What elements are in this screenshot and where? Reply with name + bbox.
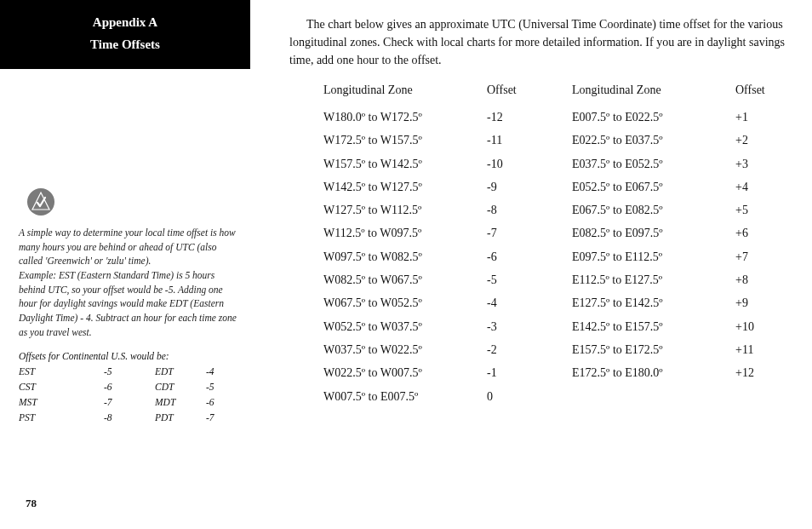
tip-text: A simple way to determine your local tim… — [17, 226, 247, 339]
offset-cell: +7 — [735, 245, 786, 268]
zone-cell: W007.5º to E007.5º — [323, 385, 487, 408]
table-row: W052.5º to W037.5º -3 — [323, 315, 538, 338]
appendix-title-line1: Appendix A — [0, 12, 250, 34]
offset-table-left: Longitudinal Zone Offset W180.0º to W172… — [323, 81, 538, 408]
us-std-zone: EST — [19, 365, 104, 380]
table-body-right: E007.5º to E022.5º +1 E022.5º to E037.5º… — [572, 106, 786, 385]
offset-cell: +3 — [735, 152, 786, 175]
offset-cell: +11 — [735, 338, 786, 361]
offset-table-right: Longitudinal Zone Offset E007.5º to E022… — [572, 81, 786, 408]
offset-cell: -5 — [487, 268, 538, 291]
table-row: E037.5º to E052.5º +3 — [572, 152, 786, 175]
table-row: E097.5º to E112.5º +7 — [572, 245, 786, 268]
table-row: W142.5º to W127.5º -9 — [323, 175, 538, 198]
table-row: E127.5º to E142.5º +9 — [572, 291, 786, 314]
table-row: W112.5º to W097.5º -7 — [323, 221, 538, 244]
appendix-title-line2: Time Offsets — [0, 34, 250, 56]
us-offset-row: PST -8 PDT -7 — [19, 411, 247, 426]
zone-cell: E157.5º to E172.5º — [572, 338, 735, 361]
offset-cell: 0 — [487, 385, 538, 408]
us-dst-zone: CDT — [155, 380, 206, 395]
table-row: W172.5º to W157.5º -11 — [323, 129, 538, 152]
zone-cell: E037.5º to E052.5º — [572, 152, 735, 175]
header-offset: Offset — [487, 81, 538, 99]
zone-cell: W052.5º to W037.5º — [323, 315, 487, 338]
page-number: 78 — [26, 497, 37, 510]
offset-cell: -8 — [487, 198, 538, 221]
zone-cell: W067.5º to W052.5º — [323, 291, 487, 314]
table-row: E067.5º to E082.5º +5 — [572, 198, 786, 221]
offset-cell: -4 — [487, 291, 538, 314]
zone-cell: E022.5º to E037.5º — [572, 129, 735, 152]
zone-cell: E112.5º to E127.5º — [572, 268, 735, 291]
offset-cell: -1 — [487, 361, 538, 384]
zone-cell: E067.5º to E082.5º — [572, 198, 735, 221]
header-zone: Longitudinal Zone — [572, 81, 735, 99]
header-offset: Offset — [735, 81, 786, 99]
us-offsets-table: EST -5 EDT -4 CST -6 CDT -5 MST -7 MDT -… — [17, 365, 247, 425]
offset-cell: +9 — [735, 291, 786, 314]
table-row: E022.5º to E037.5º +2 — [572, 129, 786, 152]
zone-cell: W022.5º to W007.5º — [323, 361, 487, 384]
offset-cell: -11 — [487, 129, 538, 152]
zone-cell: W157.5º to W142.5º — [323, 152, 487, 175]
us-std-offset: -5 — [104, 365, 155, 380]
table-row: W180.0º to W172.5º -12 — [323, 106, 538, 129]
us-offsets-title: Offsets for Continental U.S. would be: — [17, 351, 247, 361]
zone-cell: W142.5º to W127.5º — [323, 175, 487, 198]
offset-cell: -10 — [487, 152, 538, 175]
offset-cell: -12 — [487, 106, 538, 129]
us-std-offset: -8 — [104, 411, 155, 426]
zone-cell: W127.5º to W112.5º — [323, 198, 487, 221]
zone-cell: E142.5º to E157.5º — [572, 315, 735, 338]
offset-cell: -6 — [487, 245, 538, 268]
sidebar: Appendix A Time Offsets A simple way to … — [0, 0, 264, 529]
us-std-zone: MST — [19, 395, 104, 411]
zone-cell: E097.5º to E112.5º — [572, 245, 735, 268]
us-offset-row: MST -7 MDT -6 — [19, 395, 247, 411]
table-row: W157.5º to W142.5º -10 — [323, 152, 538, 175]
zone-cell: W172.5º to W157.5º — [323, 129, 487, 152]
table-row: E007.5º to E022.5º +1 — [572, 106, 786, 129]
offset-cell: +8 — [735, 268, 786, 291]
offset-cell: +12 — [735, 361, 786, 384]
offset-cell: +2 — [735, 129, 786, 152]
zone-cell: W037.5º to W022.5º — [323, 338, 487, 361]
table-row: W022.5º to W007.5º -1 — [323, 361, 538, 384]
us-dst-zone: MDT — [155, 395, 206, 411]
us-dst-offset: -5 — [206, 380, 240, 395]
us-dst-offset: -4 — [206, 365, 240, 380]
table-row: E112.5º to E127.5º +8 — [572, 268, 786, 291]
table-row: W127.5º to W112.5º -8 — [323, 198, 538, 221]
table-row: E082.5º to E097.5º +6 — [572, 221, 786, 244]
zone-cell: E127.5º to E142.5º — [572, 291, 735, 314]
us-std-zone: CST — [19, 380, 104, 395]
offset-cell: -7 — [487, 221, 538, 244]
us-std-zone: PST — [19, 411, 104, 426]
checkmark-triangle-icon — [27, 188, 54, 219]
appendix-header: Appendix A Time Offsets — [0, 0, 250, 69]
zone-cell: W082.5º to W067.5º — [323, 268, 487, 291]
us-dst-zone: PDT — [155, 411, 206, 426]
zone-cell: E007.5º to E022.5º — [572, 106, 735, 129]
page: Appendix A Time Offsets A simple way to … — [0, 0, 812, 529]
offset-cell: +5 — [735, 198, 786, 221]
us-offset-row: CST -6 CDT -5 — [19, 380, 247, 395]
offset-cell: -9 — [487, 175, 538, 198]
table-header: Longitudinal Zone Offset — [323, 81, 538, 99]
tip-icon-wrap — [27, 188, 247, 219]
offset-cell: +1 — [735, 106, 786, 129]
offset-cell: -2 — [487, 338, 538, 361]
offset-cell: +6 — [735, 221, 786, 244]
offset-cell: -3 — [487, 315, 538, 338]
zone-cell: W097.5º to W082.5º — [323, 245, 487, 268]
table-row: E052.5º to E067.5º +4 — [572, 175, 786, 198]
table-row: W037.5º to W022.5º -2 — [323, 338, 538, 361]
us-dst-zone: EDT — [155, 365, 206, 380]
us-std-offset: -7 — [104, 395, 155, 411]
us-std-offset: -6 — [104, 380, 155, 395]
table-row: W097.5º to W082.5º -6 — [323, 245, 538, 268]
us-dst-offset: -6 — [206, 395, 240, 411]
us-dst-offset: -7 — [206, 411, 240, 426]
table-row: E142.5º to E157.5º +10 — [572, 315, 786, 338]
